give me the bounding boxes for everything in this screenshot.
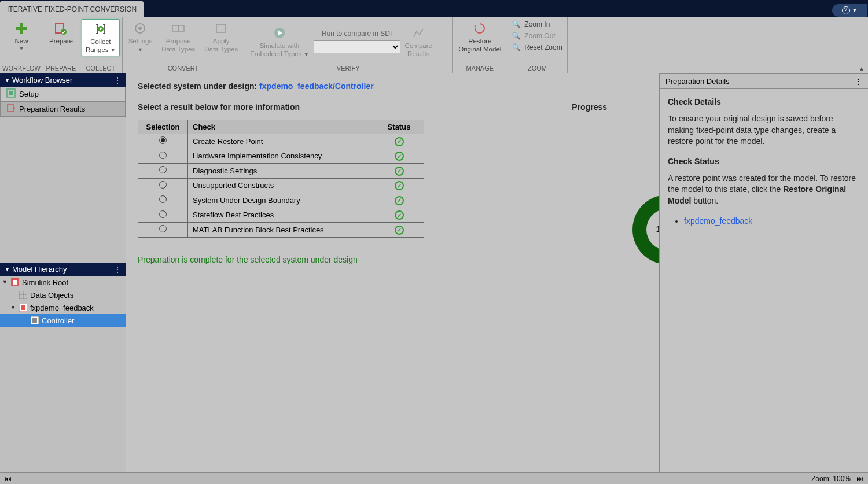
tree-label: Data Objects — [30, 291, 73, 300]
ribbon-group-convert: Settings▼ Propose Data Types Apply Data … — [123, 17, 245, 73]
table-row[interactable]: Hardware Implementation Consistency✓ — [138, 149, 424, 164]
preparation-details-panel: Preparation Details ⋮ Check Details To e… — [660, 73, 868, 472]
workflow-spacer — [0, 117, 126, 263]
radio-icon[interactable] — [159, 166, 167, 173]
table-row[interactable]: Create Restore Point✓ — [138, 134, 424, 149]
svg-rect-24 — [32, 318, 37, 323]
first-page-icon[interactable]: ⏮ — [5, 475, 12, 483]
zoom-out-label: Zoom Out — [524, 32, 555, 40]
tree-label: Simulink Root — [22, 278, 68, 287]
compare-results-button[interactable]: Compare Results — [402, 24, 436, 60]
col-status: Status — [374, 120, 424, 134]
menu-dots-icon[interactable]: ⋮ — [114, 265, 121, 274]
check-ok-icon: ✓ — [395, 181, 404, 190]
settings-button[interactable]: Settings▼ — [125, 19, 156, 55]
radio-icon[interactable] — [159, 136, 167, 144]
reset-zoom-label: Reset Zoom — [524, 43, 562, 51]
zoom-out-icon: 🔍 — [512, 32, 521, 40]
check-ok-icon: ✓ — [395, 226, 404, 235]
ribbon-group-manage: Restore Original Model MANAGE — [453, 17, 507, 73]
workflow-browser-header[interactable]: ▼ Workflow Browser ⋮ — [0, 73, 126, 87]
check-details-text: To ensure your original design is saved … — [668, 113, 860, 147]
propose-label: Propose Data Types — [161, 38, 195, 54]
restore-label: Restore Original Model — [458, 38, 501, 54]
workflow-item-setup[interactable]: Setup — [0, 86, 126, 102]
reset-zoom-icon: 🔍 — [512, 43, 521, 51]
workflow-item-preparation-results[interactable]: Preparation Results — [0, 101, 126, 117]
gear-icon — [132, 20, 148, 36]
radio-icon[interactable] — [159, 181, 167, 189]
tree-node-simulink-root[interactable]: ▼ Simulink Root — [0, 276, 126, 289]
play-icon — [271, 25, 288, 41]
radio-icon[interactable] — [159, 225, 167, 232]
check-name: Hardware Implementation Consistency — [188, 149, 374, 164]
check-details-heading: Check Details — [668, 97, 860, 106]
apply-icon — [213, 20, 229, 36]
propose-icon — [170, 20, 186, 36]
table-row[interactable]: Unsupported Constructs✓ — [138, 178, 424, 193]
select-result-label: Select a result below for more informati… — [138, 102, 424, 112]
last-page-icon[interactable]: ⏭ — [856, 475, 863, 483]
propose-datatypes-button[interactable]: Propose Data Types — [158, 19, 198, 55]
fxpdemo-feedback-link[interactable]: fxpdemo_feedback — [684, 216, 752, 226]
tab-bar: ITERATIVE FIXED-POINT CONVERSION ? ▼ — [0, 0, 868, 17]
table-row[interactable]: Stateflow Best Practices✓ — [138, 208, 424, 223]
sdi-run-select[interactable] — [314, 40, 400, 53]
check-ok-icon: ✓ — [395, 152, 404, 161]
menu-dots-icon[interactable]: ⋮ — [855, 77, 862, 86]
model-hierarchy-title: Model Hierarchy — [12, 265, 67, 274]
apply-datatypes-button[interactable]: Apply Data Types — [201, 19, 241, 55]
help-button[interactable]: ? ▼ — [832, 4, 867, 17]
table-row[interactable]: MATLAB Function Block Best Practices✓ — [138, 223, 424, 238]
progress-donut: 100% — [630, 195, 660, 264]
simulate-label: Simulate with Embedded Types ▼ — [250, 42, 308, 58]
tree-node-data-objects[interactable]: Data Objects — [0, 289, 126, 301]
zoom-in-button[interactable]: 🔍Zoom In — [510, 19, 552, 29]
reset-zoom-button[interactable]: 🔍Reset Zoom — [510, 42, 564, 53]
model-hierarchy-header[interactable]: ▼ Model Hierarchy ⋮ — [0, 263, 126, 276]
svg-rect-8 — [172, 25, 178, 31]
check-ok-icon: ✓ — [395, 210, 404, 220]
collect-ranges-button[interactable]: Collect Ranges ▼ — [82, 19, 120, 56]
restore-original-model-button[interactable]: Restore Original Model — [455, 19, 505, 55]
zoom-in-label: Zoom In — [524, 20, 550, 28]
ribbon-group-label: CONVERT — [125, 64, 242, 73]
ribbon-group-collect: Collect Ranges ▼ COLLECT — [79, 17, 123, 73]
radio-icon[interactable] — [159, 210, 167, 218]
menu-dots-icon[interactable]: ⋮ — [114, 76, 121, 84]
ribbon-group-zoom: 🔍Zoom In 🔍Zoom Out 🔍Reset Zoom ZOOM — [507, 17, 567, 73]
help-icon: ? — [842, 6, 850, 14]
radio-icon[interactable] — [159, 195, 167, 203]
prepare-button[interactable]: Prepare — [46, 19, 76, 47]
chevron-down-icon: ▼ — [19, 46, 24, 51]
new-button[interactable]: New ▼ — [10, 19, 33, 53]
sud-link[interactable]: fxpdemo_feedback/Controller — [259, 82, 374, 91]
table-row[interactable]: System Under Design Boundary✓ — [138, 193, 424, 208]
col-check: Check — [188, 120, 374, 134]
check-name: Diagnostic Settings — [188, 164, 374, 179]
workflow-browser-title: Workflow Browser — [12, 76, 73, 84]
svg-rect-17 — [13, 280, 17, 285]
table-row[interactable]: Diagnostic Settings✓ — [138, 164, 424, 179]
check-ok-icon: ✓ — [395, 137, 404, 146]
svg-rect-15 — [9, 91, 13, 95]
tree-node-controller[interactable]: Controller — [0, 314, 126, 327]
zoom-out-button[interactable]: 🔍Zoom Out — [510, 31, 557, 41]
ribbon-group-prepare: Prepare PREPARE — [43, 17, 79, 73]
model-hierarchy-tree: ▼ Simulink Root Data Objects ▼ fxpdemo_f… — [0, 276, 126, 327]
collapse-ribbon-icon[interactable]: ▲ — [859, 65, 865, 72]
svg-rect-22 — [21, 305, 25, 310]
apply-label: Apply Data Types — [204, 38, 238, 54]
col-selection: Selection — [138, 120, 188, 134]
tree-label: Controller — [42, 316, 74, 325]
check-name: Stateflow Best Practices — [188, 208, 374, 223]
tab-iterative-fixed-point[interactable]: ITERATIVE FIXED-POINT CONVERSION — [0, 1, 144, 17]
simulate-embedded-button[interactable]: Simulate with Embedded Types ▼ — [247, 24, 312, 60]
chevron-down-icon: ▼ — [852, 8, 858, 13]
preparation-details-body: Check Details To ensure your original de… — [660, 89, 868, 234]
tree-node-fxpdemo-feedback[interactable]: ▼ fxpdemo_feedback — [0, 301, 126, 314]
status-bar: ⏮ Zoom: 100% ⏭ — [0, 472, 868, 484]
radio-icon[interactable] — [159, 152, 167, 159]
ribbon-group-label: MANAGE — [455, 64, 505, 73]
preparation-details-title: Preparation Details — [665, 77, 730, 86]
